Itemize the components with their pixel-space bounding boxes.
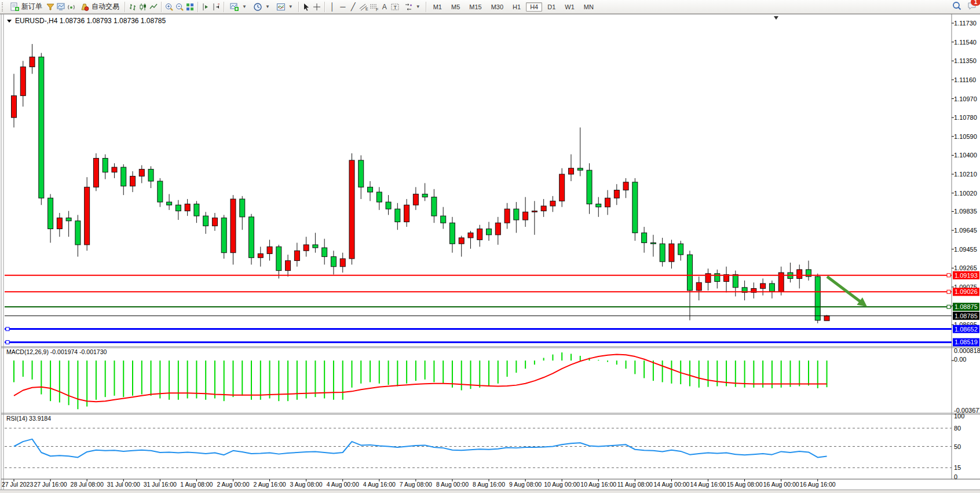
chat-icon[interactable]: 1 — [967, 1, 977, 11]
candle-body — [57, 218, 62, 229]
candle-body — [623, 182, 628, 190]
candle-body — [650, 243, 656, 244]
label-icon[interactable]: T — [390, 2, 400, 12]
arrange-left-icon[interactable] — [200, 2, 211, 12]
candle-body — [468, 233, 473, 238]
new-order-button[interactable]: 新订单 — [6, 1, 45, 13]
autotrading-button[interactable]: 自动交易 — [76, 1, 122, 13]
candle-body — [194, 204, 199, 216]
timeframe-h1[interactable]: H1 — [509, 2, 525, 12]
price-tick-label: 1.10970 — [954, 95, 977, 102]
tile-windows-icon[interactable] — [185, 2, 195, 12]
line-handle[interactable] — [947, 290, 950, 293]
signal-icon[interactable] — [66, 2, 76, 12]
candle-body — [495, 223, 500, 235]
new-chart-button[interactable]: ▼ — [226, 1, 250, 13]
toolbar-drag-handle[interactable] — [2, 2, 5, 12]
candle-body — [212, 218, 217, 226]
macd-scale-label: 0.000818 — [954, 347, 980, 354]
candle-body — [386, 202, 391, 209]
price-tick-label: 1.11730 — [954, 20, 977, 27]
funnel-icon[interactable] — [45, 2, 56, 12]
candle-body — [12, 95, 17, 117]
rsi-level-label: 80 — [954, 425, 961, 432]
candle-body — [349, 160, 354, 259]
channel-icon[interactable]: E — [359, 2, 369, 12]
candle-body — [797, 270, 802, 278]
line-handle[interactable] — [6, 340, 9, 344]
price-tick-label: 1.09455 — [954, 246, 977, 253]
price-tick-label: 1.09645 — [954, 227, 977, 234]
trendline-icon[interactable]: ╱ — [348, 2, 359, 12]
candle-body — [432, 197, 437, 216]
price-label-text: 1.08519 — [955, 339, 978, 345]
bar-chart-icon[interactable] — [127, 2, 138, 12]
vertical-line-icon[interactable]: │ — [327, 2, 338, 12]
arrange-right-icon[interactable] — [211, 2, 221, 12]
candle-body — [815, 277, 820, 321]
candle-body — [340, 259, 345, 267]
fibonacci-icon[interactable]: F — [369, 2, 379, 12]
shapes-icon — [403, 2, 414, 12]
candle-body — [249, 217, 254, 257]
line-handle[interactable] — [6, 328, 9, 331]
macd-scale-label: 0.00 — [954, 356, 966, 363]
chart-window: 1.117301.115401.113501.111601.109701.107… — [0, 14, 980, 493]
price-label-text: 1.08652 — [955, 326, 978, 333]
time-tick-label: 10 Aug 00:00 — [544, 481, 580, 488]
line-chart-icon[interactable] — [148, 2, 159, 12]
timeframe-d1[interactable]: D1 — [543, 2, 560, 12]
candle-body — [167, 202, 172, 205]
candle-body — [267, 246, 272, 253]
candle-body — [93, 159, 98, 187]
candle-body — [368, 187, 373, 192]
timeframe-w1[interactable]: W1 — [561, 2, 579, 12]
time-tick-label: 16 Aug 16:00 — [800, 481, 836, 488]
template-icon — [276, 2, 286, 12]
cursor-icon[interactable] — [301, 2, 312, 12]
period-clock-icon — [253, 2, 263, 12]
template-button[interactable]: ▼ — [273, 1, 296, 13]
rsi-level-label: 0 — [954, 473, 957, 480]
chart-background — [0, 14, 980, 493]
window-bottom-strip — [0, 490, 980, 493]
candle-body — [733, 274, 738, 287]
horizontal-line-icon[interactable]: ─ — [338, 2, 348, 12]
line-handle[interactable] — [947, 305, 950, 308]
shapes-button[interactable]: ▼ — [400, 1, 423, 13]
candle-body — [632, 182, 638, 233]
timeframe-m30[interactable]: M30 — [487, 2, 507, 12]
timeframe-m1[interactable]: M1 — [429, 2, 446, 12]
candle-body — [404, 205, 409, 222]
candle-body — [112, 167, 117, 172]
timeframe-m5[interactable]: M5 — [447, 2, 464, 12]
time-tick-label: 8 Aug 00:00 — [436, 481, 469, 488]
timeframe-m15[interactable]: M15 — [465, 2, 485, 12]
period-button[interactable]: ▼ — [250, 1, 273, 13]
zoom-out-icon[interactable] — [174, 2, 185, 12]
time-tick-label: 2 Aug 16:00 — [254, 481, 286, 488]
search-icon[interactable] — [952, 1, 962, 11]
candle-body — [30, 57, 35, 67]
toolbar-separator — [324, 2, 325, 12]
candle-body — [139, 169, 144, 176]
line-handle[interactable] — [947, 274, 950, 277]
candlestick-icon[interactable] — [138, 2, 148, 12]
text-icon[interactable]: A — [379, 2, 390, 12]
candle-body — [39, 57, 44, 198]
candle-body — [550, 201, 555, 206]
candle-body — [642, 233, 647, 242]
crosshair-icon[interactable] — [312, 2, 322, 12]
zoom-in-icon[interactable] — [164, 2, 174, 12]
candle-body — [560, 174, 565, 201]
time-tick-label: 27 Jul 16:00 — [34, 481, 67, 488]
candle-body — [605, 198, 610, 207]
timeframe-mn[interactable]: MN — [580, 2, 598, 12]
timeframe-h4[interactable]: H4 — [526, 2, 542, 12]
chevron-down-icon: ▼ — [242, 4, 247, 9]
chart-canvas[interactable]: 1.117301.115401.113501.111601.109701.107… — [0, 14, 980, 493]
chart-profile-icon[interactable] — [56, 2, 66, 12]
price-tick-label: 1.10400 — [954, 152, 977, 159]
notification-badge: 1 — [971, 0, 980, 6]
price-label-text: 1.08875 — [955, 303, 978, 310]
